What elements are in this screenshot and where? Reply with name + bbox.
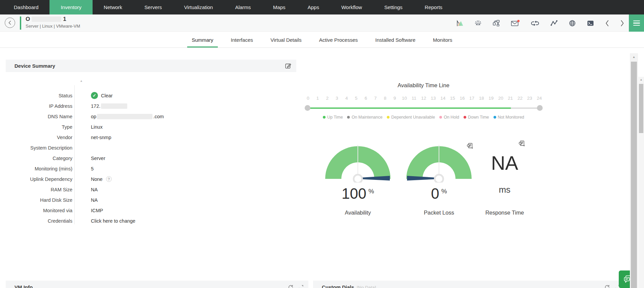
timeline-tick: 5 — [352, 96, 360, 101]
tab-active-processes[interactable]: Active Processes — [317, 32, 360, 47]
scrollbar-thumb[interactable] — [639, 84, 643, 133]
nav-item-alarms[interactable]: Alarms — [224, 0, 262, 14]
refresh-icon[interactable] — [604, 284, 610, 288]
device-snapshot-icon[interactable] — [493, 20, 500, 27]
nav-item-reports[interactable]: Reports — [414, 0, 454, 14]
field-value[interactable]: Click here to change — [91, 218, 135, 224]
field-value: NA — [91, 187, 98, 192]
field-row: Monitored viaICMP — [6, 205, 295, 216]
response-time-label: Response Time — [468, 210, 542, 216]
nav-item-virtualization[interactable]: Virtualization — [173, 0, 224, 14]
timeline-tick: 13 — [429, 96, 437, 101]
timeline-tick: 11 — [410, 96, 418, 101]
field-label: Uplink Dependency — [6, 177, 72, 182]
field-row: CategoryServer — [6, 153, 295, 163]
field-label: Type — [6, 124, 72, 130]
tab-monitors[interactable]: Monitors — [431, 32, 454, 47]
timeline-handle-start[interactable] — [305, 105, 310, 111]
globe-icon[interactable] — [569, 20, 576, 27]
link-icon[interactable] — [531, 20, 540, 27]
field-label: Vendor — [6, 135, 72, 140]
device-header: O 1 Server | Linux | VMware-VM — [0, 14, 644, 32]
timeline-slider[interactable] — [307, 105, 540, 111]
timeline-uptime-bar — [307, 107, 511, 109]
timeline-tick: 17 — [468, 96, 476, 101]
response-time-value: NA — [468, 152, 542, 174]
terminal-icon[interactable] — [587, 20, 594, 27]
field-label: Status — [6, 93, 72, 98]
timeline-tick: 0 — [304, 96, 312, 101]
refresh-icon[interactable] — [288, 284, 294, 288]
device-tabs: SummaryInterfacesVirtual DetailsActive P… — [0, 32, 644, 48]
status-ok-icon: ✓ — [91, 92, 98, 99]
nav-item-maps[interactable]: Maps — [262, 0, 297, 14]
edit-device-button[interactable] — [285, 63, 292, 69]
legend-dot-icon — [347, 116, 350, 119]
packet-loss-report-icon[interactable] — [467, 142, 473, 151]
pulse-icon[interactable] — [550, 20, 558, 27]
device-summary-header: Device Summary — [6, 60, 296, 72]
timeline-tick: 15 — [448, 96, 456, 101]
timeline-tick: 21 — [506, 96, 514, 101]
tab-interfaces[interactable]: Interfaces — [229, 32, 255, 47]
field-value: Linux — [91, 124, 103, 130]
device-breadcrumb: Server | Linux | VMware-VM — [26, 24, 80, 29]
mail-icon[interactable] — [511, 20, 520, 27]
field-row: Uplink DependencyNone? — [6, 174, 295, 184]
nav-item-workflow[interactable]: Workflow — [330, 0, 373, 14]
field-label: DNS Name — [6, 114, 72, 119]
legend-item-up-time: Up Time — [323, 115, 343, 120]
response-time-report-icon[interactable] — [518, 140, 525, 148]
chevron-left-icon — [8, 21, 12, 25]
availability-timeline-title: Availability Time Line — [306, 82, 541, 89]
legend-dot-icon — [439, 116, 442, 119]
tab-summary[interactable]: Summary — [190, 32, 215, 47]
scrollbar-up-arrow[interactable]: ▲ — [638, 78, 644, 81]
nav-item-inventory[interactable]: Inventory — [49, 0, 93, 14]
legend-label: Not Monitored — [498, 115, 524, 120]
field-label: System Description — [6, 145, 72, 151]
timeline-tick: 18 — [477, 96, 485, 101]
scrollbar-up-arrow[interactable]: ▲ — [630, 55, 638, 59]
legend-label: Up Time — [327, 115, 343, 120]
redacted-value — [101, 103, 127, 109]
custom-dials-title: Custom Dials — [322, 284, 354, 288]
timeline-tick: 2 — [323, 96, 331, 101]
expand-icon[interactable] — [299, 285, 304, 288]
tab-virtual-details[interactable]: Virtual Details — [268, 32, 303, 47]
field-value: net-snmp — [91, 135, 111, 140]
device-name: O 1 — [26, 15, 66, 23]
area-chart-icon[interactable] — [456, 20, 464, 27]
nav-item-servers[interactable]: Servers — [133, 0, 173, 14]
timeline-tick: 10 — [400, 96, 408, 101]
timeline-tick: 7 — [371, 96, 379, 101]
packet-loss-gauge — [402, 143, 476, 183]
field-row: TypeLinux — [6, 122, 295, 132]
alarm-icon[interactable] — [474, 20, 482, 27]
tab-installed-software[interactable]: Installed Software — [373, 32, 417, 47]
timeline-tick: 16 — [458, 96, 466, 101]
timeline-tick: 20 — [497, 96, 505, 101]
legend-item-on-maintenance: On Maintenance — [347, 115, 382, 120]
field-row: IP Address172. — [6, 101, 295, 111]
nav-item-dashboard[interactable]: Dashboard — [3, 0, 49, 14]
field-value: op.com — [91, 114, 164, 119]
timeline-handle-end[interactable] — [537, 105, 543, 111]
nav-item-settings[interactable]: Settings — [373, 0, 413, 14]
scrollbar-inner[interactable]: ▲ — [638, 77, 644, 288]
next-device-button[interactable] — [620, 20, 624, 27]
field-row: Hard Disk SizeNA — [6, 195, 295, 205]
field-value: None? — [91, 176, 112, 182]
back-button[interactable] — [5, 18, 15, 28]
availability-gauge — [321, 143, 395, 183]
availability-label: Availability — [321, 210, 395, 216]
prev-device-button[interactable] — [605, 20, 609, 27]
menu-button[interactable] — [629, 14, 644, 32]
scrollbar-outer[interactable]: ▲ — [630, 53, 638, 288]
legend-item-not-monitored: Not Monitored — [494, 115, 524, 120]
nav-item-apps[interactable]: Apps — [297, 0, 330, 14]
collapse-arrow-icon[interactable]: ▲ — [80, 79, 83, 83]
nav-item-network[interactable]: Network — [93, 0, 133, 14]
help-badge[interactable]: ? — [106, 176, 112, 182]
scrollbar-thumb[interactable] — [631, 62, 637, 288]
